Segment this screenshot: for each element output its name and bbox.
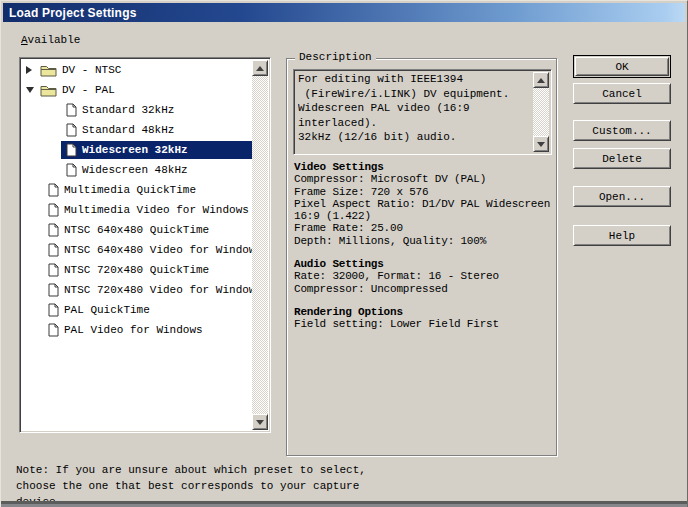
tree-item-label: PAL Video for Windows — [64, 320, 203, 340]
scroll-down-button[interactable] — [252, 414, 268, 430]
preset-list-scrollbar[interactable] — [252, 60, 268, 430]
tree-item-label: PAL QuickTime — [64, 300, 150, 320]
tree-item-standard-32khz[interactable]: Standard 32kHz — [22, 100, 252, 120]
tree-item-ntsc-640x480-quicktime[interactable]: NTSC 640x480 QuickTime — [22, 220, 252, 240]
preset-tree-content: DV - NTSC DV - PAL Standard 32kHz Standa… — [22, 60, 252, 430]
description-group-label: Description — [295, 51, 376, 63]
setting-line: Pixel Aspect Ratio: D1/DV PAL Widescreen — [294, 198, 554, 210]
document-icon — [66, 143, 77, 157]
setting-line: Frame Rate: 25.00 — [294, 222, 554, 234]
delete-button[interactable]: Delete — [573, 148, 671, 169]
button-label: Cancel — [602, 88, 642, 100]
description-scroll-down-button[interactable] — [533, 136, 549, 152]
tree-item-label: Widescreen 48kHz — [82, 160, 188, 180]
tree-item-label: Standard 48kHz — [82, 120, 174, 140]
tree-item-label: NTSC 720x480 QuickTime — [64, 260, 209, 280]
scroll-up-button[interactable] — [252, 60, 268, 76]
load-project-settings-dialog: Load Project Settings Available DV - NTS… — [0, 0, 688, 507]
description-group: Description For editing with IEEE1394 (F… — [286, 58, 557, 456]
document-icon — [48, 263, 59, 277]
tree-item-label: DV - NTSC — [62, 60, 121, 80]
folder-icon — [40, 64, 57, 77]
document-icon — [48, 203, 59, 217]
setting-line: Compressor: Uncompressed — [294, 283, 554, 295]
scroll-down-arrow-icon — [537, 142, 545, 147]
setting-line: Rate: 32000, Format: 16 - Stereo — [294, 270, 554, 282]
tree-item-label: Multimedia Video for Windows — [64, 200, 249, 220]
tree-item-label: Widescreen 32kHz — [82, 140, 188, 160]
button-label: OK — [615, 61, 628, 73]
tree-item-label: Standard 32kHz — [82, 100, 174, 120]
expand-arrow-icon[interactable] — [26, 66, 39, 74]
document-icon — [66, 163, 77, 177]
tree-item-ntsc-720x480-video-for-windows[interactable]: NTSC 720x480 Video for Windows — [22, 280, 252, 300]
custom-button[interactable]: Custom... — [573, 120, 671, 141]
description-textbox[interactable]: For editing with IEEE1394 (FireWire/i.LI… — [293, 69, 552, 155]
tree-item-standard-48khz[interactable]: Standard 48kHz — [22, 120, 252, 140]
document-icon — [48, 243, 59, 257]
document-icon — [48, 323, 59, 337]
tree-item-widescreen-48khz[interactable]: Widescreen 48kHz — [22, 160, 252, 180]
tree-item-pal-video-for-windows[interactable]: PAL Video for Windows — [22, 320, 252, 340]
document-icon — [48, 183, 59, 197]
tree-item-label: Multimedia QuickTime — [64, 180, 196, 200]
document-icon — [66, 123, 77, 137]
folder-icon — [40, 84, 57, 97]
scroll-up-arrow-icon — [256, 66, 264, 71]
setting-line: Depth: Millions, Quality: 100% — [294, 235, 554, 247]
document-icon — [66, 103, 77, 117]
tree-item-multimedia-video-for-windows[interactable]: Multimedia Video for Windows — [22, 200, 252, 220]
document-icon — [48, 223, 59, 237]
help-button[interactable]: Help — [573, 225, 671, 246]
document-icon — [48, 283, 59, 297]
tree-item-ntsc-720x480-quicktime[interactable]: NTSC 720x480 QuickTime — [22, 260, 252, 280]
tree-item-label: DV - PAL — [62, 80, 115, 100]
scroll-up-arrow-icon — [537, 78, 545, 83]
cancel-button[interactable]: Cancel — [573, 83, 671, 104]
available-label: Available — [21, 34, 80, 46]
tree-item-dv-ntsc[interactable]: DV - NTSC — [22, 60, 252, 80]
button-label: Delete — [602, 153, 642, 165]
button-label: Open... — [599, 191, 645, 203]
button-label: Custom... — [592, 125, 651, 137]
tree-item-pal-quicktime[interactable]: PAL QuickTime — [22, 300, 252, 320]
section-header-rendering-options: Rendering Options — [294, 306, 554, 318]
dialog-title: Load Project Settings — [9, 6, 137, 20]
tree-item-label: NTSC 640x480 Video for Windows — [64, 240, 252, 260]
scroll-down-arrow-icon — [256, 420, 264, 425]
setting-line: Field setting: Lower Field First — [294, 318, 554, 330]
tree-item-widescreen-32khz[interactable]: Widescreen 32kHz — [22, 140, 252, 160]
setting-line: Frame Size: 720 x 576 — [294, 186, 554, 198]
tree-item-multimedia-quicktime[interactable]: Multimedia QuickTime — [22, 180, 252, 200]
setting-line: 16:9 (1.422) — [294, 210, 554, 222]
preset-tree-list[interactable]: DV - NTSC DV - PAL Standard 32kHz Standa… — [19, 57, 271, 433]
tree-item-ntsc-640x480-video-for-windows[interactable]: NTSC 640x480 Video for Windows — [22, 240, 252, 260]
document-icon — [48, 303, 59, 317]
button-label: Help — [609, 230, 635, 242]
description-scroll-up-button[interactable] — [533, 72, 549, 88]
title-bar[interactable]: Load Project Settings — [3, 3, 685, 22]
setting-line: Compressor: Microsoft DV (PAL) — [294, 173, 554, 185]
ok-button[interactable]: OK — [573, 55, 671, 78]
section-header-video-settings: Video Settings — [294, 161, 554, 173]
collapse-arrow-icon[interactable] — [26, 87, 39, 93]
section-header-audio-settings: Audio Settings — [294, 258, 554, 270]
settings-summary: Video SettingsCompressor: Microsoft DV (… — [294, 161, 554, 331]
description-text: For editing with IEEE1394 (FireWire/i.LI… — [298, 72, 531, 152]
tree-item-label: NTSC 720x480 Video for Windows — [64, 280, 252, 300]
tree-item-dv-pal[interactable]: DV - PAL — [22, 80, 252, 100]
tree-item-label: NTSC 640x480 QuickTime — [64, 220, 209, 240]
description-scrollbar[interactable] — [533, 72, 549, 152]
open-button[interactable]: Open... — [573, 186, 671, 207]
